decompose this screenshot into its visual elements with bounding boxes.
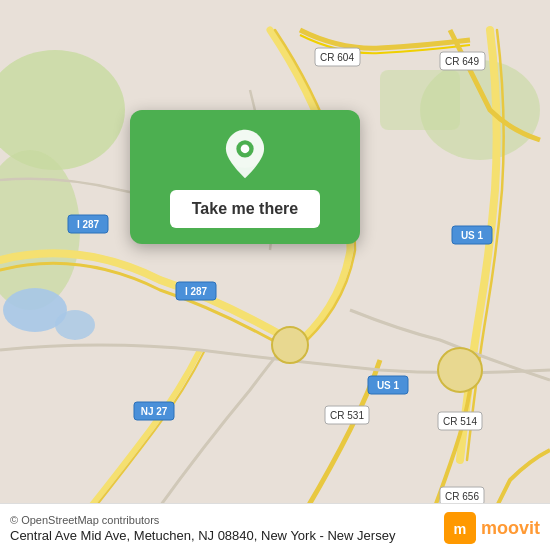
svg-text:US 1: US 1 [377,380,400,391]
map-container: CR 604 CR 649 NJ 27 I 287 I 287 US 1 US … [0,0,550,550]
location-pin-icon [219,128,271,180]
svg-point-33 [241,144,250,153]
address-label: Central Ave Mid Ave, Metuchen, NJ 08840,… [10,528,395,543]
svg-text:CR 531: CR 531 [330,410,364,421]
svg-text:m: m [454,521,467,537]
svg-text:US 1: US 1 [461,230,484,241]
svg-text:I 287: I 287 [77,219,100,230]
svg-text:CR 656: CR 656 [445,491,479,502]
svg-rect-4 [380,70,460,130]
svg-point-7 [272,327,308,363]
moovit-text: moovit [481,518,540,539]
svg-text:CR 604: CR 604 [320,52,354,63]
svg-text:NJ 27: NJ 27 [141,406,168,417]
location-card: Take me there [130,110,360,244]
svg-text:CR 514: CR 514 [443,416,477,427]
svg-text:CR 649: CR 649 [445,56,479,67]
moovit-logo-icon: m [444,512,476,544]
moovit-brand: m moovit [444,512,540,544]
svg-text:I 287: I 287 [185,286,208,297]
svg-point-8 [438,348,482,392]
bottom-left-info: © OpenStreetMap contributors Central Ave… [10,514,395,543]
take-me-there-button[interactable]: Take me there [170,190,320,228]
bottom-bar: © OpenStreetMap contributors Central Ave… [0,503,550,550]
map-background: CR 604 CR 649 NJ 27 I 287 I 287 US 1 US … [0,0,550,550]
svg-point-6 [55,310,95,340]
osm-attribution: © OpenStreetMap contributors [10,514,395,526]
